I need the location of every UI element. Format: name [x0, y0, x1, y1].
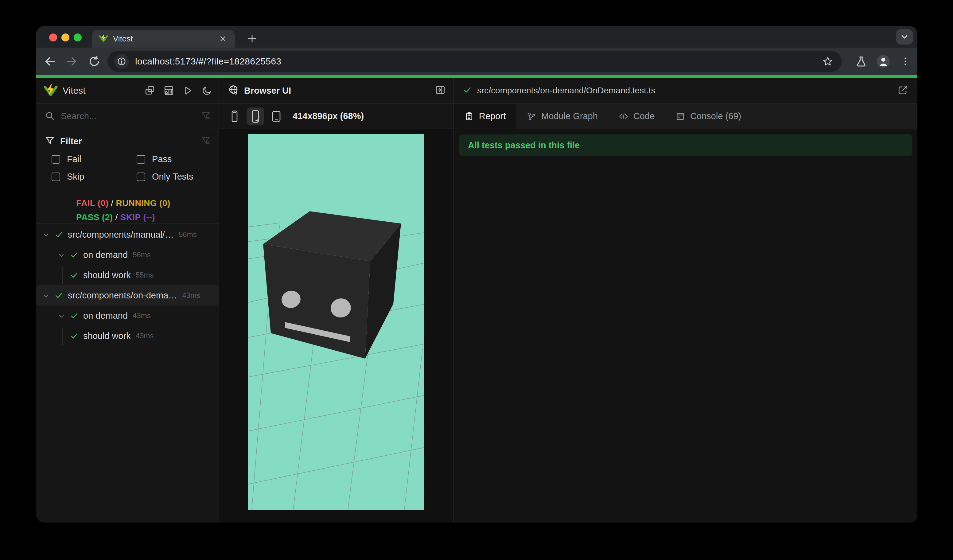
new-tab-button[interactable]: [244, 30, 260, 47]
filter-funnel-icon: [45, 136, 55, 147]
filter-checkbox-pass[interactable]: Pass: [130, 154, 211, 164]
test-label: on demand: [83, 311, 128, 321]
close-window-button[interactable]: [49, 34, 57, 42]
checkbox[interactable]: [137, 155, 145, 164]
clear-search-filter-icon[interactable]: [201, 111, 211, 122]
test-file-row[interactable]: src/components/manual/… 56ms: [36, 225, 219, 245]
tab-console[interactable]: Console (69): [665, 104, 751, 129]
browser-window: Vitest localhost:5173/#/?file=1828625563: [36, 26, 917, 523]
search-icon: [45, 111, 55, 122]
test-case-row[interactable]: should work 55ms: [36, 265, 219, 285]
pass-check-icon: [70, 332, 78, 340]
chevron-down-icon[interactable]: [42, 292, 50, 299]
test-duration: 56ms: [178, 230, 197, 239]
tab-close-icon[interactable]: [218, 34, 228, 44]
filter-checkbox-fail[interactable]: Fail: [45, 154, 130, 164]
tab-code[interactable]: Code: [608, 104, 665, 129]
test-label: src/components/manual/…: [68, 230, 174, 240]
checkbox[interactable]: [51, 172, 60, 181]
chevron-down-icon[interactable]: [42, 231, 50, 238]
forward-button[interactable]: [64, 54, 79, 68]
zoom-window-button[interactable]: [74, 34, 82, 42]
bookmark-star-icon[interactable]: [821, 55, 835, 68]
viewport-size-label: 414x896px (68%): [293, 111, 364, 121]
report-clipboard-icon: [464, 112, 474, 121]
browser-tabstrip: Vitest: [36, 26, 917, 48]
test-label: should work: [83, 270, 131, 280]
browser-toolbar: localhost:5173/#/?file=1828625563: [36, 48, 917, 75]
code-icon: [619, 112, 629, 121]
open-external-icon[interactable]: [898, 85, 908, 96]
dashboard-windows-icon[interactable]: [144, 85, 155, 96]
report-content: All tests passed in this file: [454, 129, 917, 523]
test-case-row[interactable]: should work 43ms: [36, 326, 219, 346]
back-button[interactable]: [43, 54, 57, 68]
report-layout-icon[interactable]: [163, 85, 174, 96]
test-suite-row[interactable]: on demand 43ms: [36, 306, 219, 326]
tab-title: Vitest: [113, 34, 133, 43]
viewport-preset-small-mobile[interactable]: [226, 107, 244, 125]
test-label: should work: [83, 331, 131, 341]
test-duration: 55ms: [136, 271, 154, 279]
browser-preview-scene: [248, 134, 424, 510]
tab-search-button[interactable]: [896, 29, 913, 45]
profile-avatar[interactable]: [876, 54, 890, 68]
minimize-window-button[interactable]: [61, 34, 69, 42]
summary-line-2: PASS (2)/SKIP (--): [76, 210, 219, 225]
filter-section: Filter Fail Pass Skip Only Tests: [36, 129, 219, 190]
browser-tab[interactable]: Vitest: [92, 30, 235, 48]
file-pass-check-icon: [463, 86, 472, 96]
sidebar: Vitest: [36, 78, 219, 523]
pass-check-icon: [55, 231, 63, 239]
pass-check-icon: [70, 251, 78, 259]
test-tree: src/components/manual/… 56ms on demand 5…: [36, 224, 219, 523]
url-text[interactable]: localhost:5173/#/?file=1828625563: [135, 56, 281, 67]
site-info-icon[interactable]: [114, 54, 129, 69]
search-input[interactable]: [61, 111, 201, 121]
reload-button[interactable]: [87, 54, 101, 68]
vitest-ui: Vitest: [36, 78, 917, 523]
report-pane: src/components/on-demand/OnDemand.test.t…: [454, 78, 917, 523]
test-label: src/components/on-dema…: [68, 290, 177, 301]
browser-ui-title: Browser UI: [244, 86, 291, 96]
summary-line-1: FAIL (0)/RUNNING (0): [76, 196, 219, 210]
tab-report[interactable]: Report: [454, 104, 516, 129]
test-duration: 56ms: [133, 251, 151, 259]
test-duration: 43ms: [182, 291, 200, 299]
test-summary: FAIL (0)/RUNNING (0) PASS (2)/SKIP (--): [36, 190, 219, 224]
test-duration: 43ms: [133, 311, 151, 320]
pass-check-icon: [55, 292, 63, 299]
vitest-logo-icon: [43, 83, 58, 98]
theme-toggle-moon-icon[interactable]: [202, 85, 213, 96]
desktop: { "colors": { "accent_green": "#34b255",…: [0, 0, 953, 560]
filter-checkbox-skip[interactable]: Skip: [45, 172, 130, 182]
address-bar[interactable]: localhost:5173/#/?file=1828625563: [107, 51, 842, 72]
test-file-path: src/components/on-demand/OnDemand.test.t…: [477, 86, 655, 96]
preview-iframe[interactable]: [248, 134, 424, 510]
console-icon: [675, 112, 685, 121]
run-all-icon[interactable]: [182, 85, 193, 96]
browser-menu-icon[interactable]: [898, 54, 913, 68]
viewport-preset-large-mobile-selected[interactable]: [247, 107, 264, 125]
tab-module-graph[interactable]: Module Graph: [516, 104, 608, 129]
checkbox[interactable]: [137, 172, 145, 181]
test-suite-row[interactable]: on demand 56ms: [36, 245, 219, 265]
viewport-preset-tablet[interactable]: [267, 107, 285, 125]
experiments-flask-icon[interactable]: [854, 54, 868, 68]
app-title: Vitest: [63, 85, 86, 96]
test-duration: 43ms: [136, 332, 154, 340]
window-controls: [49, 34, 82, 42]
all-tests-passed-banner: All tests passed in this file: [459, 135, 912, 156]
report-tabs: Report Module Graph Code: [454, 104, 917, 129]
globe-icon: [228, 85, 239, 96]
test-file-row-selected[interactable]: src/components/on-dema… 43ms: [36, 285, 219, 306]
pass-check-icon: [70, 312, 78, 320]
chevron-down-icon[interactable]: [58, 251, 65, 259]
checkbox[interactable]: [51, 155, 60, 164]
test-progress-bar: [36, 75, 917, 78]
pass-check-icon: [70, 271, 78, 279]
filter-checkbox-only-tests[interactable]: Only Tests: [130, 172, 211, 182]
chevron-down-icon[interactable]: [58, 312, 65, 319]
clear-filter-icon[interactable]: [201, 136, 211, 147]
expand-panel-icon[interactable]: [435, 85, 445, 96]
